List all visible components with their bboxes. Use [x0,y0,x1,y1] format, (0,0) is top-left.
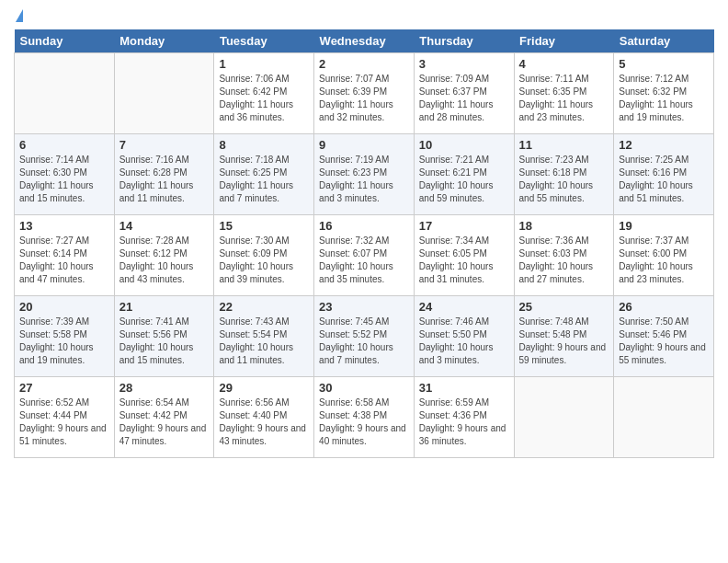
day-number: 20 [19,300,109,314]
calendar-week-row: 27Sunrise: 6:52 AMSunset: 4:44 PMDayligh… [15,377,714,458]
calendar-cell: 20Sunrise: 7:39 AMSunset: 5:58 PMDayligh… [15,296,115,377]
day-number: 1 [219,57,309,71]
cell-info: Sunrise: 7:19 AMSunset: 6:23 PMDaylight:… [319,154,409,205]
calendar-cell: 6Sunrise: 7:14 AMSunset: 6:30 PMDaylight… [15,134,115,215]
day-number: 17 [419,219,509,233]
calendar-cell: 12Sunrise: 7:25 AMSunset: 6:16 PMDayligh… [614,134,714,215]
calendar-cell: 2Sunrise: 7:07 AMSunset: 6:39 PMDaylight… [314,53,415,134]
cell-info: Sunrise: 6:52 AMSunset: 4:44 PMDaylight:… [19,396,109,448]
calendar-cell [114,53,214,134]
calendar-cell [15,53,115,134]
calendar-cell: 9Sunrise: 7:19 AMSunset: 6:23 PMDaylight… [314,134,415,215]
cell-info: Sunrise: 6:56 AMSunset: 4:40 PMDaylight:… [219,396,309,448]
cell-info: Sunrise: 7:28 AMSunset: 6:12 PMDaylight:… [119,235,210,286]
calendar-week-row: 13Sunrise: 7:27 AMSunset: 6:14 PMDayligh… [15,215,714,296]
calendar-cell: 3Sunrise: 7:09 AMSunset: 6:37 PMDaylight… [414,53,514,134]
day-number: 15 [219,219,309,233]
calendar-cell: 11Sunrise: 7:23 AMSunset: 6:18 PMDayligh… [514,134,614,215]
cell-info: Sunrise: 6:54 AMSunset: 4:42 PMDaylight:… [119,396,210,448]
cell-info: Sunrise: 7:06 AMSunset: 6:42 PMDaylight:… [219,73,309,124]
calendar-cell: 10Sunrise: 7:21 AMSunset: 6:21 PMDayligh… [414,134,514,215]
cell-info: Sunrise: 7:11 AMSunset: 6:35 PMDaylight:… [519,73,609,124]
cell-info: Sunrise: 7:50 AMSunset: 5:46 PMDaylight:… [619,316,709,367]
calendar-cell: 27Sunrise: 6:52 AMSunset: 4:44 PMDayligh… [15,377,115,458]
day-number: 29 [219,381,309,395]
cell-info: Sunrise: 7:48 AMSunset: 5:48 PMDaylight:… [519,316,609,367]
logo-text [14,9,23,24]
day-number: 14 [119,219,210,233]
cell-info: Sunrise: 7:16 AMSunset: 6:28 PMDaylight:… [119,154,210,205]
calendar-cell: 25Sunrise: 7:48 AMSunset: 5:48 PMDayligh… [514,296,614,377]
cell-info: Sunrise: 7:09 AMSunset: 6:37 PMDaylight:… [419,73,509,124]
day-number: 26 [619,300,709,314]
day-number: 9 [319,138,409,152]
cell-info: Sunrise: 7:25 AMSunset: 6:16 PMDaylight:… [619,154,709,205]
calendar-cell: 28Sunrise: 6:54 AMSunset: 4:42 PMDayligh… [114,377,214,458]
day-header-wednesday: Wednesday [314,29,415,53]
calendar-cell: 30Sunrise: 6:58 AMSunset: 4:38 PMDayligh… [314,377,415,458]
cell-info: Sunrise: 7:14 AMSunset: 6:30 PMDaylight:… [19,154,109,205]
calendar-cell: 18Sunrise: 7:36 AMSunset: 6:03 PMDayligh… [514,215,614,296]
calendar-cell: 1Sunrise: 7:06 AMSunset: 6:42 PMDaylight… [214,53,314,134]
day-header-tuesday: Tuesday [214,29,314,53]
day-number: 10 [419,138,509,152]
calendar-cell: 15Sunrise: 7:30 AMSunset: 6:09 PMDayligh… [214,215,314,296]
calendar-cell: 17Sunrise: 7:34 AMSunset: 6:05 PMDayligh… [414,215,514,296]
calendar-cell [514,377,614,458]
day-header-friday: Friday [514,29,614,53]
day-header-sunday: Sunday [15,29,115,53]
day-number: 6 [19,138,109,152]
calendar-week-row: 1Sunrise: 7:06 AMSunset: 6:42 PMDaylight… [15,53,714,134]
cell-info: Sunrise: 7:30 AMSunset: 6:09 PMDaylight:… [219,235,309,286]
cell-info: Sunrise: 7:43 AMSunset: 5:54 PMDaylight:… [219,316,309,367]
day-number: 23 [319,300,409,314]
day-header-saturday: Saturday [614,29,714,53]
page: SundayMondayTuesdayWednesdayThursdayFrid… [0,0,728,563]
day-header-thursday: Thursday [414,29,514,53]
cell-info: Sunrise: 7:27 AMSunset: 6:14 PMDaylight:… [19,235,109,286]
day-number: 2 [319,57,409,71]
cell-info: Sunrise: 7:32 AMSunset: 6:07 PMDaylight:… [319,235,409,286]
cell-info: Sunrise: 7:18 AMSunset: 6:25 PMDaylight:… [219,154,309,205]
cell-info: Sunrise: 7:41 AMSunset: 5:56 PMDaylight:… [119,316,210,367]
calendar-week-row: 6Sunrise: 7:14 AMSunset: 6:30 PMDaylight… [15,134,714,215]
cell-info: Sunrise: 7:45 AMSunset: 5:52 PMDaylight:… [319,316,409,367]
day-number: 11 [519,138,609,152]
calendar-cell: 26Sunrise: 7:50 AMSunset: 5:46 PMDayligh… [614,296,714,377]
calendar-cell: 7Sunrise: 7:16 AMSunset: 6:28 PMDaylight… [114,134,214,215]
calendar-cell: 14Sunrise: 7:28 AMSunset: 6:12 PMDayligh… [114,215,214,296]
day-number: 5 [619,57,709,71]
calendar-cell: 22Sunrise: 7:43 AMSunset: 5:54 PMDayligh… [214,296,314,377]
calendar-cell: 31Sunrise: 6:59 AMSunset: 4:36 PMDayligh… [414,377,514,458]
day-number: 25 [519,300,609,314]
day-number: 16 [319,219,409,233]
cell-info: Sunrise: 7:12 AMSunset: 6:32 PMDaylight:… [619,73,709,124]
day-number: 22 [219,300,309,314]
cell-info: Sunrise: 7:39 AMSunset: 5:58 PMDaylight:… [19,316,109,367]
day-number: 21 [119,300,210,314]
calendar-header-row: SundayMondayTuesdayWednesdayThursdayFrid… [15,29,714,53]
day-header-monday: Monday [114,29,214,53]
day-number: 28 [119,381,210,395]
cell-info: Sunrise: 7:07 AMSunset: 6:39 PMDaylight:… [319,73,409,124]
calendar-cell: 23Sunrise: 7:45 AMSunset: 5:52 PMDayligh… [314,296,415,377]
logo-triangle-icon [16,9,23,22]
day-number: 4 [519,57,609,71]
calendar-cell: 13Sunrise: 7:27 AMSunset: 6:14 PMDayligh… [15,215,115,296]
cell-info: Sunrise: 7:23 AMSunset: 6:18 PMDaylight:… [519,154,609,205]
day-number: 12 [619,138,709,152]
day-number: 8 [219,138,309,152]
calendar-cell: 16Sunrise: 7:32 AMSunset: 6:07 PMDayligh… [314,215,415,296]
cell-info: Sunrise: 7:36 AMSunset: 6:03 PMDaylight:… [519,235,609,286]
day-number: 7 [119,138,210,152]
calendar-cell: 21Sunrise: 7:41 AMSunset: 5:56 PMDayligh… [114,296,214,377]
calendar-cell: 8Sunrise: 7:18 AMSunset: 6:25 PMDaylight… [214,134,314,215]
day-number: 19 [619,219,709,233]
header [14,9,714,24]
calendar-table: SundayMondayTuesdayWednesdayThursdayFrid… [14,29,714,458]
calendar-cell: 19Sunrise: 7:37 AMSunset: 6:00 PMDayligh… [614,215,714,296]
logo [14,9,23,24]
cell-info: Sunrise: 6:59 AMSunset: 4:36 PMDaylight:… [419,396,509,448]
day-number: 30 [319,381,409,395]
cell-info: Sunrise: 7:34 AMSunset: 6:05 PMDaylight:… [419,235,509,286]
